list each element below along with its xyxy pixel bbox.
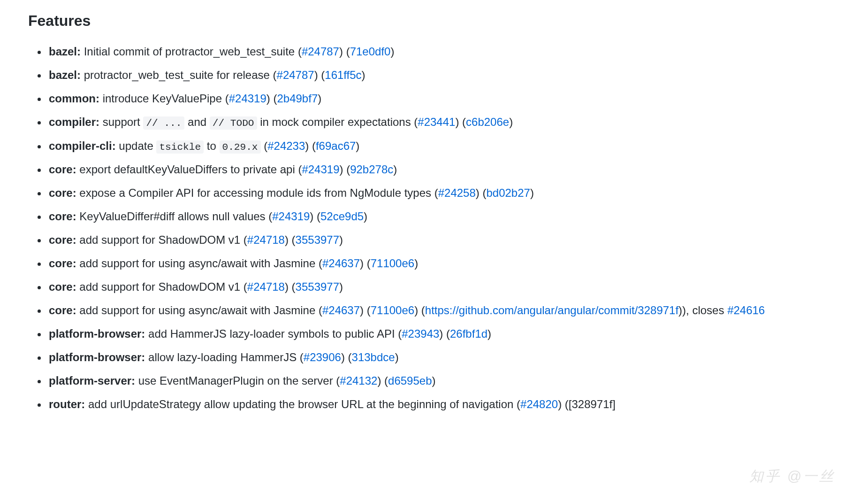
commit-link[interactable]: bd02b27 (486, 186, 530, 199)
feature-item: core: add support for ShadowDOM v1 (#247… (47, 232, 840, 248)
features-list: bazel: Initial commit of protractor_web_… (28, 43, 840, 413)
commit-link[interactable]: 71e0df0 (350, 45, 391, 58)
commit-link[interactable]: 71100e6 (371, 304, 414, 317)
module-name: core: (49, 186, 76, 199)
code-span: tsickle (156, 140, 204, 154)
commit-link[interactable]: 313bdce (352, 351, 395, 364)
issue-link[interactable]: #24258 (438, 186, 476, 199)
issue-link[interactable]: #24319 (272, 210, 310, 223)
feature-item: compiler: support // ... and // TODO in … (47, 114, 840, 131)
commit-link[interactable]: https://github.com/angular/angular/commi… (425, 304, 678, 317)
issue-link[interactable]: #24132 (340, 374, 377, 387)
issue-link[interactable]: #24787 (277, 69, 314, 81)
module-name: bazel: (49, 45, 81, 58)
commit-link[interactable]: c6b206e (466, 116, 509, 128)
changelog-section: Features bazel: Initial commit of protra… (0, 0, 868, 429)
module-name: platform-browser: (49, 351, 145, 364)
feature-item: core: expose a Compiler API for accessin… (47, 185, 840, 201)
module-name: core: (49, 280, 76, 293)
feature-item: platform-browser: add HammerJS lazy-load… (47, 325, 840, 342)
section-heading: Features (28, 9, 840, 32)
commit-link[interactable]: 161ff5c (325, 69, 361, 81)
code-span: // TODO (210, 116, 257, 130)
issue-link[interactable]: #24820 (520, 398, 558, 410)
feature-item: core: add support for using async/await … (47, 255, 840, 272)
module-name: compiler-cli: (49, 139, 116, 152)
module-name: core: (49, 304, 76, 317)
module-name: platform-browser: (49, 327, 145, 340)
module-name: core: (49, 257, 76, 270)
issue-link[interactable]: #24319 (302, 163, 339, 176)
module-name: core: (49, 210, 76, 223)
feature-item: platform-server: use EventManagerPlugin … (47, 372, 840, 389)
module-name: compiler: (49, 116, 99, 128)
feature-item: compiler-cli: update tsickle to 0.29.x (… (47, 138, 840, 155)
feature-item: common: introduce KeyValuePipe (#24319) … (47, 90, 840, 107)
feature-item: core: add support for using async/await … (47, 302, 840, 319)
issue-link[interactable]: #24718 (247, 280, 285, 293)
issue-link[interactable]: #24718 (247, 233, 285, 246)
module-name: bazel: (49, 69, 81, 81)
feature-item: bazel: Initial commit of protractor_web_… (47, 43, 840, 60)
module-name: common: (49, 92, 99, 105)
issue-link[interactable]: #24319 (229, 92, 266, 105)
feature-item: core: add support for ShadowDOM v1 (#247… (47, 278, 840, 295)
module-name: core: (49, 163, 76, 176)
feature-item: core: export defaultKeyValueDiffers to p… (47, 161, 840, 178)
feature-item: bazel: protractor_web_test_suite for rel… (47, 67, 840, 84)
issue-link[interactable]: #24233 (267, 139, 305, 152)
commit-link[interactable]: 3553977 (296, 233, 339, 246)
commit-link[interactable]: 26fbf1d (450, 327, 487, 340)
feature-item: core: KeyValueDiffer#diff allows null va… (47, 208, 840, 225)
commit-link[interactable]: f69ac67 (316, 139, 356, 152)
issue-link[interactable]: #23441 (418, 116, 455, 128)
commit-link[interactable]: 3553977 (296, 280, 339, 293)
code-span: 0.29.x (220, 140, 261, 154)
code-span: // ... (143, 116, 184, 130)
feature-item: platform-browser: allow lazy-loading Ham… (47, 349, 840, 366)
issue-link[interactable]: #23906 (304, 351, 341, 364)
module-name: router: (49, 398, 85, 410)
commit-link[interactable]: 71100e6 (371, 257, 414, 270)
issue-link[interactable]: #24787 (302, 45, 339, 58)
commit-link[interactable]: d6595eb (388, 374, 432, 387)
issue-link[interactable]: #24637 (322, 304, 360, 317)
issue-link[interactable]: #24637 (322, 257, 360, 270)
module-name: core: (49, 233, 76, 246)
issue-link[interactable]: #23943 (402, 327, 439, 340)
commit-link[interactable]: 52ce9d5 (320, 210, 364, 223)
issue-link[interactable]: #24616 (727, 304, 765, 317)
commit-link[interactable]: 92b278c (350, 163, 393, 176)
module-name: platform-server: (49, 374, 135, 387)
feature-item: router: add urlUpdateStrategy allow upda… (47, 396, 840, 413)
commit-link[interactable]: 2b49bf7 (277, 92, 318, 105)
